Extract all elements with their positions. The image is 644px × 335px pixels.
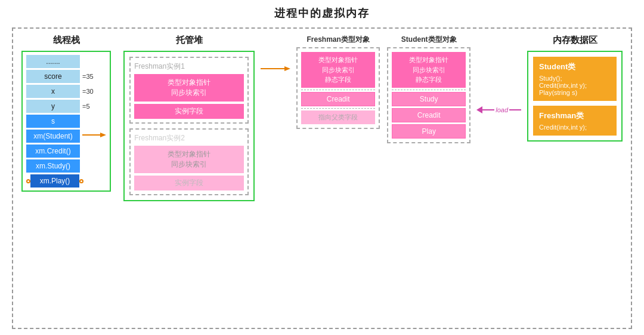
type-objects-container: Freshman类型对象 类型对象指针 同步块索引 静态字段 Creadit 指… (296, 35, 470, 143)
table-row: x =30 (26, 85, 106, 98)
arrow-xm-student (82, 131, 106, 139)
divider1 (301, 90, 375, 90)
memory-data-section: 内存数据区 Student类 Study(); Credit(intx,int … (527, 35, 623, 142)
student-class-title: Student类 (539, 62, 611, 72)
table-row: xm.Credit() (26, 145, 106, 158)
freshman-type-label: Freshman类型对象 (296, 35, 380, 45)
divider2 (301, 108, 375, 109)
heap-to-type-arrow (261, 35, 290, 73)
freshman-class-block: Freshman类 Credit(intx,int y); (533, 106, 617, 136)
table-row: score =35 (26, 70, 106, 83)
arrow1 (261, 64, 290, 73)
student-method-play: Play (392, 124, 466, 139)
student-type-label: Student类型对象 (387, 35, 470, 45)
student-class-block: Student类 Study(); Credit(intx,int y); Pl… (533, 57, 617, 101)
table-row: y =5 (26, 100, 106, 113)
stack-cell-xm-credit: xm.Credit() (26, 145, 80, 158)
student-type-column: Student类型对象 类型对象指针 同步块索引 静态字段 Study Crea… (387, 35, 470, 143)
heap-section: 托管堆 Freshman实例1 类型对象指针 同步块索引 实例字段 Freshm… (123, 35, 255, 201)
load-arrow: load (476, 106, 521, 113)
pink-line (482, 109, 494, 110)
mem-label: 内存数据区 (553, 35, 597, 46)
student-class-content: Study(); Credit(intx,int y); Play(string… (539, 75, 611, 96)
dot-left (26, 179, 30, 183)
stack-cell-xm-student: xm(Student) (26, 130, 80, 143)
table-row: xm.Play() (26, 174, 106, 188)
stack-value-x: =30 (82, 88, 94, 95)
stack-cell-s: s (26, 115, 80, 128)
freshman-type-block: 类型对象指针 同步块索引 静态字段 Creadit 指向父类字段 (296, 47, 380, 129)
dot-right (79, 179, 83, 183)
freshman-class-content: Credit(intx,int y); (539, 124, 611, 131)
stack-box: ....... score =35 x =30 y =5 s (21, 51, 111, 192)
heap-box: Freshman实例1 类型对象指针 同步块索引 实例字段 Freshman实例… (123, 51, 255, 201)
instance1-label: Freshman实例1 (134, 62, 244, 72)
table-row: xm.Study() (26, 159, 106, 173)
stack-cell-x: x (26, 85, 80, 98)
type-objects-section: Freshman类型对象 类型对象指针 同步块索引 静态字段 Creadit 指… (296, 35, 470, 143)
instance2-label: Freshman实例2 (134, 133, 244, 143)
pink-line2 (509, 109, 521, 110)
stack-cell-xm-play: xm.Play() (30, 174, 79, 188)
divider3 (392, 90, 466, 90)
stack-label: 线程栈 (53, 35, 80, 46)
freshman-parent-field: 指向父类字段 (301, 110, 375, 124)
freshman-type-column: Freshman类型对象 类型对象指针 同步块索引 静态字段 Creadit 指… (296, 35, 380, 143)
load-text: load (496, 106, 508, 113)
thread-stack-section: 线程栈 ....... score =35 x =30 y =5 (21, 35, 111, 192)
arrowhead-left (476, 106, 482, 113)
student-type-inner: 类型对象指针 同步块索引 静态字段 (392, 52, 466, 88)
heap-label: 托管堆 (176, 35, 203, 46)
instance1-inner: 类型对象指针 同步块索引 (134, 74, 244, 102)
instance1-field: 实例字段 (134, 104, 244, 119)
instance2-inner: 类型对象指针 同步块索引 (134, 146, 244, 173)
student-method-credit: Creadit (392, 108, 466, 122)
table-row: ....... (26, 55, 106, 68)
freshman-type-inner: 类型对象指针 同步块索引 静态字段 (301, 52, 375, 88)
page-title: 进程中的虚拟内存 (274, 6, 370, 20)
table-row: s (26, 115, 106, 128)
instance2-field: 实例字段 (134, 176, 244, 190)
stack-cell-xm-study: xm.Study() (26, 159, 80, 173)
svg-marker-1 (100, 133, 106, 137)
main-diagram: 线程栈 ....... score =35 x =30 y =5 (12, 27, 632, 329)
type-to-mem-arrow: load (476, 35, 521, 113)
stack-cell-dots: ....... (26, 55, 80, 68)
stack-cell-y: y (26, 100, 80, 113)
freshman-instance1: Freshman实例1 类型对象指针 同步块索引 实例字段 (129, 57, 249, 124)
mem-box: Student类 Study(); Credit(intx,int y); Pl… (527, 51, 623, 142)
arrow-freshman-type (261, 64, 290, 73)
stack-cell-score: score (26, 70, 80, 83)
stack-value-y: =5 (82, 103, 90, 110)
student-type-block: 类型对象指针 同步块索引 静态字段 Study Creadit Play (387, 47, 470, 143)
student-method-study: Study (392, 92, 466, 106)
freshman-class-title: Freshman类 (539, 110, 611, 121)
freshman-method-credit: Creadit (301, 92, 375, 106)
freshman-instance2: Freshman实例2 类型对象指针 同步块索引 实例字段 (129, 128, 249, 195)
stack-value-score: =35 (82, 73, 94, 80)
table-row: xm(Student) (26, 130, 106, 143)
svg-marker-3 (284, 66, 290, 71)
